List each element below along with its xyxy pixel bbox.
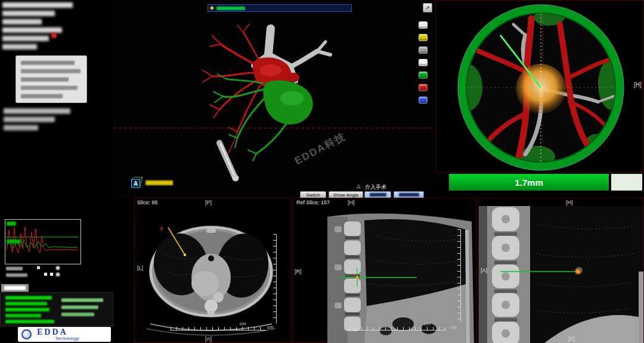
status-line — [5, 314, 41, 317]
crosshair-target — [356, 276, 358, 279]
structure-toggle-icon[interactable] — [419, 84, 428, 91]
ruler-unit: cm — [267, 325, 274, 330]
orientation-top: [P] — [205, 199, 212, 205]
status-line — [61, 305, 98, 309]
ruler-vertical — [273, 234, 277, 323]
ruler-horizontal — [171, 327, 266, 330]
status-line — [5, 308, 49, 311]
status-line — [5, 296, 52, 300]
structure-toggle-icon[interactable] — [419, 46, 428, 54]
entry-marker — [160, 226, 164, 231]
orientation-bottom: [F] — [568, 336, 575, 342]
ct-mid-panel[interactable]: Ref Slice: 157 [H] [R] cm c — [292, 198, 477, 343]
redacted-text — [2, 2, 73, 8]
margin-distance: 1.7mm — [515, 177, 543, 188]
plan-title-bar — [208, 4, 352, 12]
ct-right-image[interactable] — [479, 206, 643, 343]
status-line — [61, 298, 103, 302]
redacted-text — [4, 117, 55, 122]
orientation-label-h: [H] — [634, 82, 642, 88]
sidebar: EDDA Technology — [0, 0, 113, 343]
vitals-status-panel — [0, 292, 113, 326]
orientation-left: [R] — [295, 269, 302, 275]
slider-handle[interactable] — [37, 266, 40, 269]
structure-toggle-icon[interactable] — [419, 34, 428, 41]
ruler-unit: cm — [240, 321, 246, 326]
slider-value — [56, 273, 60, 276]
edda-globe-icon — [21, 329, 32, 339]
orientation-top: [H] — [348, 199, 355, 205]
list-item[interactable] — [21, 86, 78, 90]
probe-eye-view[interactable]: [H] — [435, 0, 644, 173]
view-caption — [145, 180, 173, 185]
list-item[interactable] — [21, 69, 80, 73]
waveform-label — [7, 222, 16, 226]
redacted-text — [2, 27, 62, 33]
ref-slice-label: Ref Slice: 157 — [296, 199, 330, 205]
orientation-left: [L] — [137, 265, 143, 271]
probe-eye-scene[interactable] — [436, 1, 643, 172]
status-line — [5, 320, 54, 323]
slider-label — [6, 267, 23, 270]
ruler-vertical — [457, 229, 461, 322]
orientation-left: [A] — [481, 267, 487, 273]
popup-list[interactable] — [16, 55, 87, 103]
orientation-top: [H] — [566, 199, 573, 205]
show-angle-button-label: Show Angle — [333, 192, 358, 198]
ruler-horizontal — [349, 327, 446, 330]
redacted-text — [2, 11, 55, 16]
status-line — [5, 302, 47, 305]
switch-button-label: Switch — [306, 192, 320, 198]
list-item[interactable] — [21, 77, 69, 82]
expand-arrow-icon: ↗ — [425, 5, 430, 11]
structure-toggle-icon[interactable] — [419, 21, 428, 29]
vitals-tab[interactable] — [1, 284, 29, 292]
structure-toggle-icon[interactable] — [419, 59, 428, 66]
structure-toggle-icon[interactable] — [419, 96, 428, 104]
toolbar-button-cn-2-label — [399, 193, 419, 197]
ct-mid-image[interactable] — [293, 206, 476, 343]
toolbar-button-cn-1-label — [370, 193, 386, 197]
ruler-unit: cm — [450, 325, 457, 330]
margin-gauge-fill: 1.7mm — [449, 174, 609, 191]
slider-label — [6, 273, 27, 277]
plan-title-text — [216, 7, 245, 10]
orientation-bottom: [A] — [205, 336, 212, 342]
ct-axial-panel[interactable]: Slice: 85 [P] [L] [A] cm cm — [134, 198, 291, 343]
slider-value — [56, 266, 60, 270]
redacted-text — [4, 108, 70, 114]
edda-brand-sub: Technology — [55, 336, 79, 341]
structure-toggle-icon[interactable] — [419, 71, 428, 79]
margin-gauge-rest — [611, 174, 642, 191]
waveform-label — [7, 239, 21, 244]
slider-handle[interactable] — [50, 273, 53, 276]
alert-icon — [51, 33, 57, 38]
probe-3d — [219, 143, 239, 182]
ruler-unit: cm — [424, 321, 431, 326]
edda-logo: EDDA Technology — [18, 327, 111, 342]
status-line — [61, 313, 94, 316]
redacted-text — [2, 36, 49, 41]
expand-button[interactable]: ↗ — [423, 3, 432, 13]
list-item[interactable] — [21, 94, 63, 98]
slider-handle[interactable] — [44, 273, 47, 276]
redacted-text — [2, 44, 37, 49]
vitals-tab-label — [4, 286, 26, 290]
plan-diamond-icon — [210, 6, 214, 10]
margin-gauge: 1.7mm — [449, 174, 642, 191]
ct-axial-image[interactable] — [135, 206, 290, 343]
lobe-3d — [263, 80, 312, 124]
ct-right-panel[interactable]: [H] [A] [F] — [478, 198, 644, 343]
orientation-cube-icon[interactable]: A — [130, 176, 143, 189]
svg-text:A: A — [134, 180, 138, 187]
list-item[interactable] — [21, 61, 75, 65]
slice-label: Slice: 85 — [137, 199, 158, 205]
3d-scene[interactable] — [113, 0, 433, 198]
3d-view[interactable]: ↗ EDDA科技 A Switch Show Angle △ 介入手术 — [113, 0, 434, 198]
redacted-text — [4, 125, 38, 130]
redacted-text — [2, 19, 42, 24]
tab-marker-icon: △ — [357, 183, 360, 189]
intervention-tab[interactable]: 介入手术 — [365, 183, 386, 191]
